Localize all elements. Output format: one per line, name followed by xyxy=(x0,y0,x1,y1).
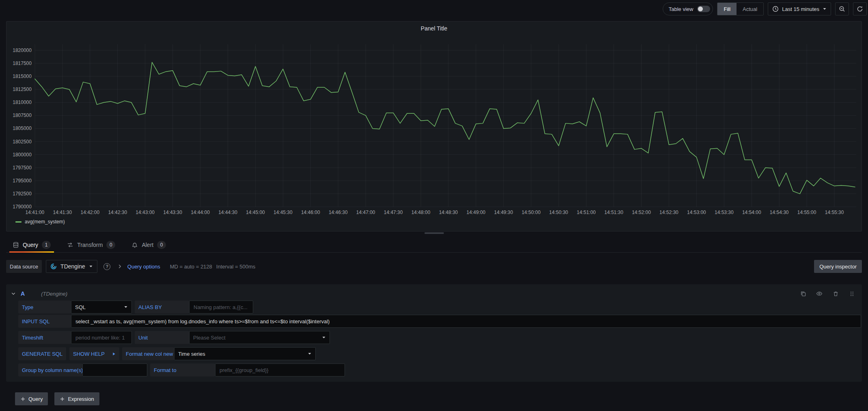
trash-icon xyxy=(833,291,839,297)
zoom-out-icon xyxy=(839,6,845,12)
svg-text:14:51:30: 14:51:30 xyxy=(604,210,623,215)
switch-knob-icon xyxy=(698,6,703,11)
eye-icon xyxy=(816,290,823,297)
collapse-query-icon[interactable] xyxy=(11,291,16,296)
add-query-button[interactable]: Query xyxy=(15,392,48,405)
chevron-down-icon xyxy=(124,305,128,309)
query-editor-card: A (TDengine) Type xyxy=(6,284,862,382)
tab-query[interactable]: Query 1 xyxy=(13,237,51,252)
svg-text:1805000: 1805000 xyxy=(13,125,32,131)
query-row-timeshift: Timeshift Unit Please Select xyxy=(18,331,861,344)
tab-alert-count: 0 xyxy=(157,241,166,249)
svg-text:14:48:30: 14:48:30 xyxy=(439,210,458,215)
svg-text:14:47:00: 14:47:00 xyxy=(356,210,375,215)
svg-text:14:49:00: 14:49:00 xyxy=(467,210,486,215)
tab-query-label: Query xyxy=(23,242,38,248)
svg-text:1812500: 1812500 xyxy=(13,87,32,92)
svg-text:14:55:30: 14:55:30 xyxy=(825,210,844,215)
show-help-label: SHOW HELP xyxy=(73,351,105,357)
refresh-button[interactable] xyxy=(853,2,867,15)
svg-text:1797500: 1797500 xyxy=(13,165,32,171)
datasource-help-button[interactable] xyxy=(101,260,113,273)
clock-icon xyxy=(772,6,779,12)
svg-text:1807500: 1807500 xyxy=(13,112,32,118)
format-label: Format new col new xyxy=(122,347,174,360)
input-sql-label: INPUT SQL xyxy=(18,315,71,328)
add-expression-label: Expression xyxy=(68,396,94,402)
add-expression-button[interactable]: Expression xyxy=(54,392,99,405)
svg-text:1790000: 1790000 xyxy=(13,204,32,210)
query-row-groupby: Group by column name(s) Format to xyxy=(18,363,861,376)
legend-item[interactable]: avg(mem_system) xyxy=(15,219,65,225)
timeshift-label: Timeshift xyxy=(18,331,71,344)
panel-resize-handle[interactable] xyxy=(424,232,444,234)
tab-transform-label: Transform xyxy=(77,242,103,248)
svg-text:14:41:30: 14:41:30 xyxy=(53,210,72,215)
timeshift-input[interactable] xyxy=(71,331,132,344)
svg-text:14:47:30: 14:47:30 xyxy=(384,210,403,215)
datasource-name: TDengine xyxy=(60,263,85,270)
fill-actual-group: Fill Actual xyxy=(717,2,764,15)
type-label: Type xyxy=(18,301,71,314)
generate-sql-button[interactable]: GENERATE SQL xyxy=(18,347,66,360)
time-range-label: Last 15 minutes xyxy=(782,6,819,12)
svg-text:1810000: 1810000 xyxy=(13,100,32,105)
format-to-input[interactable] xyxy=(215,363,345,376)
query-options-toggle[interactable]: Query options xyxy=(127,264,160,270)
timeseries-chart[interactable]: 1790000179250017950001797500180000018025… xyxy=(6,22,862,231)
angle-right-icon[interactable] xyxy=(117,264,123,269)
toggle-query-visibility-button[interactable] xyxy=(815,289,824,298)
plus-icon xyxy=(60,396,65,402)
tab-transform[interactable]: Transform 0 xyxy=(67,237,115,252)
datasource-label: Data source xyxy=(6,260,42,273)
svg-text:14:49:30: 14:49:30 xyxy=(494,210,513,215)
query-row-sql: INPUT SQL xyxy=(18,315,861,328)
format-select-value: Time series xyxy=(178,351,205,357)
datasource-picker[interactable]: TDengine xyxy=(46,260,97,273)
question-circle-icon xyxy=(103,263,110,270)
svg-text:14:50:30: 14:50:30 xyxy=(549,210,568,215)
table-view-toggle[interactable]: Table view xyxy=(663,2,713,15)
tab-transform-count: 0 xyxy=(106,241,115,249)
duplicate-query-button[interactable] xyxy=(799,289,808,298)
unit-label: Unit xyxy=(135,331,189,344)
delete-query-button[interactable] xyxy=(831,289,840,298)
fill-option-button[interactable]: Fill xyxy=(717,3,737,15)
svg-text:14:52:00: 14:52:00 xyxy=(632,210,651,215)
svg-text:14:43:00: 14:43:00 xyxy=(136,210,155,215)
tab-query-count: 1 xyxy=(42,241,51,249)
transform-icon xyxy=(67,242,73,248)
query-row-format: GENERATE SQL SHOW HELP Format new col ne… xyxy=(18,347,861,360)
format-select[interactable]: Time series xyxy=(174,347,316,360)
svg-text:1802500: 1802500 xyxy=(13,139,32,145)
zoom-out-button[interactable] xyxy=(835,2,849,15)
unit-select[interactable]: Please Select xyxy=(189,331,330,344)
tab-alert-label: Alert xyxy=(142,242,153,248)
svg-text:1815000: 1815000 xyxy=(13,74,32,79)
svg-text:1817500: 1817500 xyxy=(13,61,32,66)
play-icon xyxy=(112,352,116,356)
chevron-down-icon xyxy=(823,7,827,11)
time-range-picker[interactable]: Last 15 minutes xyxy=(768,2,831,15)
alias-by-input[interactable] xyxy=(189,301,253,314)
table-view-switch[interactable] xyxy=(697,6,710,12)
refresh-icon xyxy=(857,6,863,12)
svg-text:14:52:30: 14:52:30 xyxy=(659,210,678,215)
group-by-input[interactable] xyxy=(82,363,147,376)
generate-sql-label: GENERATE SQL xyxy=(22,351,62,357)
add-query-label: Query xyxy=(28,396,43,402)
legend-swatch xyxy=(15,221,22,223)
svg-text:14:54:00: 14:54:00 xyxy=(742,210,761,215)
plus-icon xyxy=(20,396,26,402)
type-select[interactable]: SQL xyxy=(71,301,132,314)
svg-text:14:53:00: 14:53:00 xyxy=(687,210,706,215)
input-sql-input[interactable] xyxy=(71,315,861,328)
bell-icon xyxy=(131,242,138,248)
actual-option-button[interactable]: Actual xyxy=(737,3,763,15)
query-inspector-button[interactable]: Query inspector xyxy=(814,260,862,273)
format-to-label: Format to xyxy=(150,363,215,376)
show-help-button[interactable]: SHOW HELP xyxy=(69,347,119,360)
tab-alert[interactable]: Alert 0 xyxy=(131,237,166,252)
drag-query-handle[interactable] xyxy=(847,289,856,298)
svg-text:1820000: 1820000 xyxy=(13,48,32,53)
